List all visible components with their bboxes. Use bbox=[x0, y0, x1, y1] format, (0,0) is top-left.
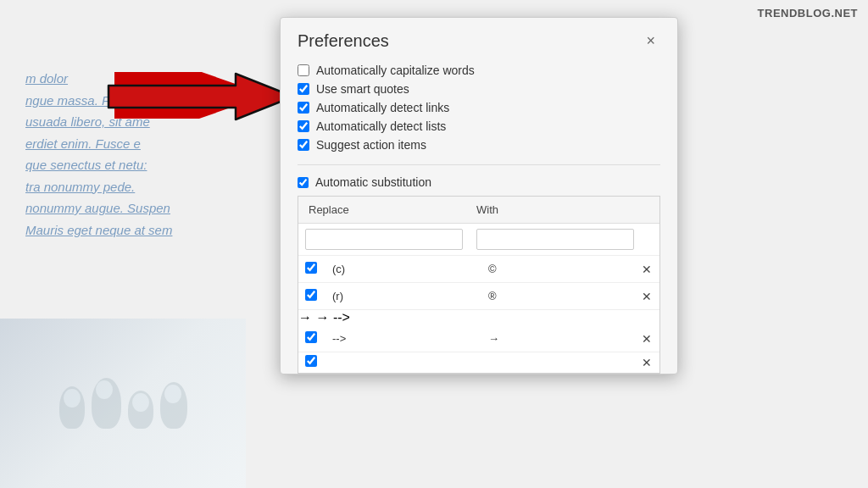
checkbox-item-smart-quotes: Use smart quotes bbox=[298, 80, 660, 98]
row-checkbox-container bbox=[298, 355, 322, 370]
close-button[interactable]: × bbox=[641, 31, 660, 50]
row-checkbox-extra[interactable] bbox=[305, 355, 317, 367]
detect-links-label: Automatically detect links bbox=[316, 101, 449, 114]
checkbox-list: Automatically capitalize words Use smart… bbox=[298, 61, 660, 154]
smart-quotes-checkbox[interactable] bbox=[298, 83, 309, 95]
new-substitution-row bbox=[298, 224, 659, 256]
auto-substitution-item: Automatic substitution bbox=[298, 172, 660, 196]
separator bbox=[298, 164, 660, 165]
checkbox-item-auto-capitalize: Automatically capitalize words bbox=[298, 61, 660, 80]
checkbox-item-detect-lists: Automatically detect lists bbox=[298, 117, 660, 136]
table-header: Replace With bbox=[298, 197, 659, 224]
auto-capitalize-label: Automatically capitalize words bbox=[316, 64, 475, 77]
row-delete-extra[interactable]: ✕ bbox=[634, 352, 659, 373]
detect-lists-checkbox[interactable] bbox=[298, 120, 309, 132]
row-with-extra bbox=[478, 356, 634, 369]
row-checkbox-container bbox=[298, 262, 322, 277]
table-row: --> → ✕ bbox=[298, 325, 659, 352]
header-action bbox=[634, 197, 659, 223]
row-delete-c[interactable]: ✕ bbox=[634, 259, 659, 280]
action-items-label: Suggest action items bbox=[316, 138, 426, 152]
smart-quotes-label: Use smart quotes bbox=[316, 82, 409, 96]
empty-action bbox=[641, 224, 660, 255]
row-delete-r[interactable]: ✕ bbox=[634, 286, 659, 307]
detect-links-checkbox[interactable] bbox=[298, 102, 309, 114]
row-checkbox-c[interactable] bbox=[305, 262, 317, 274]
new-replace-input[interactable] bbox=[305, 229, 463, 250]
row-replace-c: (c) bbox=[322, 256, 478, 282]
row-replace-arrow: --> bbox=[322, 325, 478, 352]
table-row: (r) ® ✕ bbox=[298, 283, 659, 310]
auto-substitution-checkbox[interactable] bbox=[298, 177, 309, 188]
dialog-header: Preferences × bbox=[281, 18, 677, 58]
row-checkbox-r[interactable] bbox=[305, 289, 317, 301]
auto-substitution-label: Automatic substitution bbox=[315, 175, 431, 189]
header-with: With bbox=[466, 197, 634, 223]
auto-capitalize-checkbox[interactable] bbox=[298, 64, 309, 76]
table-row: (c) © ✕ bbox=[298, 256, 659, 283]
substitution-table[interactable]: Replace With (c) © ✕ bbox=[298, 196, 660, 374]
row-with-r: ® bbox=[478, 283, 634, 309]
checkbox-item-action-items: Suggest action items bbox=[298, 136, 660, 154]
row-with-c: © bbox=[478, 256, 634, 282]
row-delete-arrow[interactable]: ✕ bbox=[634, 329, 659, 349]
row-replace-extra bbox=[322, 356, 478, 369]
dialog-overlay: Preferences × Automatically capitalize w… bbox=[0, 0, 868, 488]
checkbox-item-detect-links: Automatically detect links bbox=[298, 98, 660, 117]
action-items-checkbox[interactable] bbox=[298, 139, 309, 151]
dialog-body: Automatically capitalize words Use smart… bbox=[281, 58, 677, 374]
row-replace-r: (r) bbox=[322, 283, 478, 309]
preferences-dialog: Preferences × Automatically capitalize w… bbox=[280, 17, 678, 374]
row-checkbox-container bbox=[298, 289, 322, 304]
table-row-partial: ✕ bbox=[298, 352, 659, 373]
row-checkbox-container bbox=[298, 331, 322, 347]
row-checkbox-arrow[interactable] bbox=[305, 331, 317, 343]
dialog-title: Preferences bbox=[298, 31, 389, 51]
new-with-input[interactable] bbox=[476, 229, 634, 250]
header-replace: Replace bbox=[298, 197, 466, 223]
row-with-arrow: → bbox=[478, 325, 634, 352]
watermark: TRENDBLOG.NET bbox=[758, 7, 858, 19]
detect-lists-label: Automatically detect lists bbox=[316, 119, 446, 133]
